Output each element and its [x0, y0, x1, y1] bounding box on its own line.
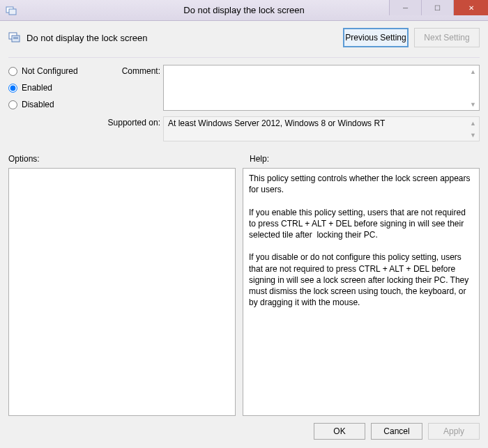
- scroll-up-icon[interactable]: ▲: [468, 67, 478, 76]
- cancel-button[interactable]: Cancel: [371, 423, 422, 440]
- minimize-button[interactable]: ─: [389, 0, 421, 15]
- ok-button[interactable]: OK: [314, 423, 365, 440]
- gpo-icon: [6, 5, 17, 16]
- radio-disabled-input[interactable]: [8, 100, 17, 109]
- radio-enabled[interactable]: Enabled: [8, 83, 91, 93]
- scroll-down-icon[interactable]: ▼: [468, 130, 478, 139]
- page-title: Do not display the lock screen: [26, 33, 147, 43]
- help-label: Help:: [250, 154, 269, 164]
- options-pane: [8, 168, 236, 416]
- options-label: Options:: [8, 154, 230, 164]
- radio-label: Not Configured: [22, 66, 78, 76]
- radio-label: Enabled: [22, 83, 52, 93]
- svg-rect-4: [13, 37, 18, 38]
- supported-label: Supported on:: [102, 116, 160, 128]
- radio-label: Disabled: [22, 100, 54, 109]
- window-controls: ─ ☐ ✕: [389, 0, 488, 20]
- window-title: Do not display the lock screen: [183, 5, 304, 15]
- maximize-button[interactable]: ☐: [421, 0, 453, 15]
- svg-rect-5: [13, 38, 18, 39]
- supported-on-text: At least Windows Server 2012, Windows 8 …: [168, 118, 385, 128]
- scroll-down-icon[interactable]: ▼: [468, 100, 478, 109]
- footer: OK Cancel Apply: [8, 416, 480, 440]
- scroll-up-icon[interactable]: ▲: [468, 118, 478, 128]
- divider: [8, 57, 480, 58]
- apply-button[interactable]: Apply: [428, 423, 480, 440]
- comment-label: Comment:: [102, 65, 160, 76]
- svg-rect-1: [9, 9, 16, 15]
- supported-on-box: At least Windows Server 2012, Windows 8 …: [163, 116, 480, 141]
- header-row: Do not display the lock screen Previous …: [8, 28, 480, 54]
- radio-enabled-input[interactable]: [8, 84, 17, 93]
- close-button[interactable]: ✕: [453, 0, 488, 15]
- titlebar: Do not display the lock screen ─ ☐ ✕: [0, 0, 488, 21]
- help-pane: This policy setting controls whether the…: [243, 168, 480, 416]
- content: Do not display the lock screen Previous …: [0, 21, 488, 448]
- help-text: This policy setting controls whether the…: [249, 173, 473, 307]
- policy-icon: [8, 31, 21, 44]
- config-row: Not Configured Enabled Disabled Comment:…: [8, 65, 480, 141]
- next-setting-button[interactable]: Next Setting: [414, 28, 480, 47]
- comment-input[interactable]: ▲ ▼: [163, 65, 480, 111]
- radio-disabled[interactable]: Disabled: [8, 100, 91, 109]
- radio-group: Not Configured Enabled Disabled: [8, 65, 91, 141]
- previous-setting-button[interactable]: Previous Setting: [343, 28, 409, 47]
- radio-not-configured-input[interactable]: [8, 67, 17, 76]
- radio-not-configured[interactable]: Not Configured: [8, 66, 91, 76]
